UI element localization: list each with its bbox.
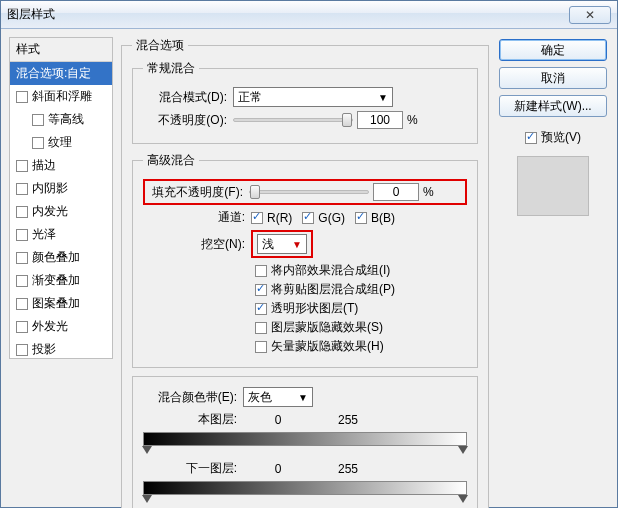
slider-handle[interactable] [458,495,468,503]
style-item[interactable]: 光泽 [10,223,112,246]
channel-r[interactable]: R(R) [251,211,292,225]
checkbox-icon [255,322,267,334]
opacity-thumb[interactable] [342,113,352,127]
fill-opacity-slider[interactable] [249,190,369,194]
blend-mode-label: 混合模式(D): [143,89,233,106]
layer-style-dialog: 图层样式 ✕ 样式 混合选项:自定 斜面和浮雕等高线纹理描边内阴影内发光光泽颜色… [0,0,618,508]
fill-opacity-thumb[interactable] [250,185,260,199]
fill-opacity-input[interactable]: 0 [373,183,419,201]
under-layer-gradient[interactable] [143,481,467,495]
checkbox-icon [251,212,263,224]
close-icon: ✕ [585,8,595,22]
checkbox-icon [255,303,267,315]
style-item[interactable]: 投影 [10,338,112,359]
fill-opacity-row: 填充不透明度(F): 0 % [143,179,467,205]
advanced-option[interactable]: 矢量蒙版隐藏效果(H) [255,338,467,355]
style-item[interactable]: 内阴影 [10,177,112,200]
opacity-slider[interactable] [233,118,353,122]
buttons-column: 确定 取消 新建样式(W)... 预览(V) [497,37,609,499]
this-layer-label: 本图层: [143,411,243,428]
checkbox-icon [16,206,28,218]
advanced-option[interactable]: 透明形状图层(T) [255,300,467,317]
checkbox-icon [32,114,44,126]
preview-swatch [517,156,589,216]
preview-checkbox[interactable]: 预览(V) [525,129,581,146]
checkbox-icon [525,132,537,144]
style-item[interactable]: 内发光 [10,200,112,223]
general-blend-legend: 常规混合 [143,60,199,77]
titlebar[interactable]: 图层样式 ✕ [1,1,617,29]
styles-list: 样式 混合选项:自定 斜面和浮雕等高线纹理描边内阴影内发光光泽颜色叠加渐变叠加图… [9,37,113,359]
fill-opacity-unit: % [423,185,434,199]
advanced-option[interactable]: 图层蒙版隐藏效果(S) [255,319,467,336]
cancel-button[interactable]: 取消 [499,67,607,89]
knockout-highlight: 浅 ▼ [251,230,313,258]
advanced-option[interactable]: 将剪贴图层混合成组(P) [255,281,467,298]
new-style-button[interactable]: 新建样式(W)... [499,95,607,117]
style-item-blend-options[interactable]: 混合选项:自定 [10,62,112,85]
checkbox-icon [16,229,28,241]
opacity-unit: % [407,113,418,127]
style-item[interactable]: 颜色叠加 [10,246,112,269]
blend-options-group: 混合选项 常规混合 混合模式(D): 正常 ▼ 不透明度(O): [121,37,489,508]
slider-handle[interactable] [458,446,468,454]
slider-handle[interactable] [142,495,152,503]
knockout-label: 挖空(N): [143,236,251,253]
knockout-select[interactable]: 浅 ▼ [257,234,307,254]
options-column: 混合选项 常规混合 混合模式(D): 正常 ▼ 不透明度(O): [121,37,489,499]
checkbox-icon [16,275,28,287]
blend-mode-select[interactable]: 正常 ▼ [233,87,393,107]
checkbox-icon [255,284,267,296]
under-layer-label: 下一图层: [143,460,243,477]
fill-opacity-label: 填充不透明度(F): [149,184,249,201]
channel-g[interactable]: G(G) [302,211,345,225]
channels-label: 通道: [143,209,251,226]
chevron-down-icon: ▼ [298,392,308,403]
checkbox-icon [16,298,28,310]
this-layer-gradient[interactable] [143,432,467,446]
advanced-blend-group: 高级混合 填充不透明度(F): 0 % 通道: R(R) G(G) B(B) [132,152,478,368]
close-button[interactable]: ✕ [569,6,611,24]
checkbox-icon [355,212,367,224]
checkbox-icon [16,344,28,356]
dialog-body: 样式 混合选项:自定 斜面和浮雕等高线纹理描边内阴影内发光光泽颜色叠加渐变叠加图… [1,29,617,507]
style-item[interactable]: 外发光 [10,315,112,338]
checkbox-icon [255,341,267,353]
checkbox-icon [32,137,44,149]
slider-handle[interactable] [142,446,152,454]
advanced-blend-legend: 高级混合 [143,152,199,169]
general-blend-group: 常规混合 混合模式(D): 正常 ▼ 不透明度(O): 100 [132,60,478,144]
styles-header: 样式 [10,38,112,62]
checkbox-icon [302,212,314,224]
chevron-down-icon: ▼ [378,92,388,103]
style-item[interactable]: 等高线 [10,108,112,131]
window-title: 图层样式 [7,6,569,23]
checkbox-icon [16,160,28,172]
chevron-down-icon: ▼ [292,239,302,250]
checkbox-icon [16,252,28,264]
style-item[interactable]: 纹理 [10,131,112,154]
styles-column: 样式 混合选项:自定 斜面和浮雕等高线纹理描边内阴影内发光光泽颜色叠加渐变叠加图… [9,37,113,499]
ok-button[interactable]: 确定 [499,39,607,61]
blend-if-select[interactable]: 灰色 ▼ [243,387,313,407]
style-item[interactable]: 图案叠加 [10,292,112,315]
style-item[interactable]: 斜面和浮雕 [10,85,112,108]
channel-b[interactable]: B(B) [355,211,395,225]
blend-if-group: 混合颜色带(E): 灰色 ▼ 本图层: 0 255 [132,376,478,508]
opacity-input[interactable]: 100 [357,111,403,129]
style-item[interactable]: 描边 [10,154,112,177]
checkbox-icon [16,321,28,333]
blend-options-legend: 混合选项 [132,37,188,54]
checkbox-icon [16,91,28,103]
checkbox-icon [16,183,28,195]
opacity-label: 不透明度(O): [143,112,233,129]
advanced-option[interactable]: 将内部效果混合成组(I) [255,262,467,279]
blend-if-label: 混合颜色带(E): [143,389,243,406]
style-item[interactable]: 渐变叠加 [10,269,112,292]
checkbox-icon [255,265,267,277]
